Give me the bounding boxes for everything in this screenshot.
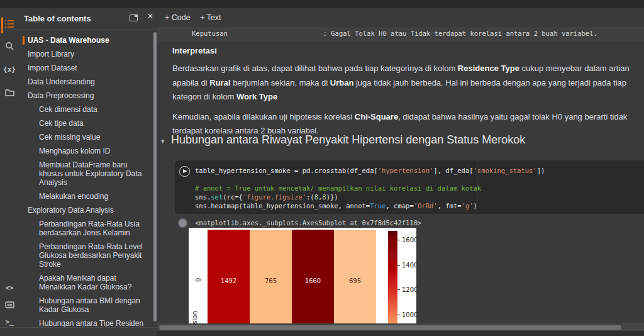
toc-item-label: Melakukan encoding: [39, 192, 108, 201]
heatmap-annotation: 1660: [292, 277, 334, 284]
toc-item-label: Apakah Menikah dapat Menaikkan Kadar Glu…: [39, 274, 131, 291]
divider: [0, 327, 157, 328]
toc-item-label: Menghapus kolom ID: [39, 147, 110, 155]
code-line: table_hypertension_smoke = pd.crosstab(d…: [195, 166, 545, 175]
repr-output-text: <matplotlib.axes._subplots.AxesSubplot a…: [195, 219, 421, 227]
y-tick-label: 0: [195, 274, 205, 282]
toc-item-label: Import Dataset: [28, 64, 77, 72]
notebook-content: + Code + Text Keputusan : Gagal Tolak H0…: [157, 8, 644, 336]
horizontal-scrollbar-thumb[interactable]: [159, 325, 621, 330]
code-snippets-icon[interactable]: <>: [0, 280, 19, 295]
section-title: Hubungan antara Riwayat Penyakit Hiperte…: [171, 133, 525, 147]
heatmap-annotation: 695: [334, 277, 376, 284]
heatmap-annotation: 765: [250, 277, 292, 284]
toc-item-label: Exploratory Data Analysis: [28, 206, 114, 215]
close-icon[interactable]: ×: [144, 11, 157, 25]
code-editor[interactable]: table_hypertension_smoke = pd.crosstab(d…: [195, 166, 545, 210]
run-cell-icon[interactable]: [179, 166, 190, 177]
editor-ruler: [477, 162, 477, 213]
colorbar: [388, 231, 397, 323]
command-palette-icon[interactable]: [0, 297, 19, 312]
toc-item[interactable]: UAS - Data Warehouse: [19, 36, 150, 45]
toc-item-label: Import Library: [28, 50, 74, 59]
toc-item[interactable]: Menghapus kolom ID: [19, 147, 150, 155]
toc-item[interactable]: Hubungan antara Tipe Residen dengan Jeni…: [19, 319, 150, 327]
toc-item[interactable]: Perbandingan Rata-Rata Level Glukosa ber…: [19, 242, 150, 269]
collapse-arrow-icon[interactable]: ▾: [161, 137, 165, 145]
previous-cell-output: Keputusan : Gagal Tolak H0 atau Tidak te…: [157, 26, 644, 42]
code-line: sns.set(rc={'figure.figsize':(8,8)}): [195, 193, 545, 201]
markdown-heading: Interpretasi: [172, 46, 641, 55]
heatmap-cell: 695: [334, 230, 376, 323]
markdown-cell: Interpretasi Berdasarkan grafik di atas,…: [172, 46, 641, 144]
sidebar-header: Table of contents ×: [19, 8, 157, 30]
toc-item-label: Cek missing value: [39, 133, 100, 142]
code-cell[interactable]: table_hypertension_smoke = pd.crosstab(d…: [175, 160, 644, 214]
toc-item-label: Hubungan antara BMI dengan Kadar Glukosa: [39, 296, 140, 314]
toc-item-label: Membuat DataFrame baru khusus untuk Expl…: [39, 160, 142, 187]
toc-item[interactable]: Import Dataset: [19, 64, 150, 72]
sidebar-scrollbar[interactable]: [153, 32, 157, 322]
toc-item[interactable]: Data Understanding: [19, 77, 150, 86]
toc-item[interactable]: Perbandingan Rata-Rata Usia berdasarkan …: [19, 220, 150, 237]
toc-item-label: Hubungan antara Tipe Residen dengan Jeni…: [39, 319, 143, 327]
heatmap-cell: 1492: [208, 230, 250, 323]
open-in-tab-icon[interactable]: [130, 14, 138, 21]
sidebar-title: Table of contents: [24, 14, 91, 23]
toc-item[interactable]: Apakah Menikah dapat Menaikkan Kadar Glu…: [19, 274, 150, 291]
code-line: [195, 175, 545, 184]
toc-item[interactable]: Exploratory Data Analysis: [19, 206, 150, 215]
toc-item-label: Cek tipe data: [39, 119, 84, 128]
toc-item[interactable]: Cek tipe data: [19, 119, 150, 128]
add-text-button[interactable]: + Text: [200, 11, 221, 24]
toc-item[interactable]: Cek missing value: [19, 133, 150, 142]
y-axis-label: hypertension: [191, 311, 198, 323]
markdown-paragraph: Berdasarkan grafik di atas, dapat diliha…: [172, 62, 641, 104]
toc-item[interactable]: Membuat DataFrame baru khusus untuk Expl…: [19, 160, 150, 187]
colorbar-ticks: 1600140012001000: [397, 231, 416, 323]
toc-item[interactable]: Melakukan encoding: [19, 192, 150, 201]
toc-item-label: Data Understanding: [28, 77, 95, 86]
toc-item-label: Cek dimensi data: [39, 105, 97, 114]
toc-item[interactable]: Data Preprocessing: [19, 91, 150, 100]
section-heading-row: ▾ Hubungan antara Riwayat Penyakit Hiper…: [157, 132, 644, 151]
toc-item-label: UAS - Data Warehouse: [28, 36, 109, 45]
horizontal-scrollbar-track: [157, 323, 644, 331]
search-icon[interactable]: [0, 38, 19, 53]
heatmap-row: 14927651660695: [208, 230, 376, 323]
toc-item[interactable]: Import Library: [19, 50, 150, 59]
code-line: sns.heatmap(table_hypertension_smoke, an…: [195, 201, 545, 210]
code-line: # annot = True untuk mencetak/ menampilk…: [195, 184, 545, 193]
heatmap-annotation: 1492: [208, 277, 250, 284]
active-indicator: [23, 36, 25, 45]
toc-item-label: Perbandingan Rata-Rata Level Glukosa ber…: [39, 242, 143, 269]
left-icon-rail: {x} <> >_: [0, 8, 19, 336]
heatmap-cell: 765: [250, 230, 292, 323]
toc-list: UAS - Data WarehouseImport LibraryImport…: [19, 36, 150, 327]
toc-item[interactable]: Hubungan antara BMI dengan Kadar Glukosa: [19, 296, 150, 314]
heatmap-cell: 1660: [292, 230, 334, 323]
output-text: Keputusan : Gagal Tolak H0 atau Tidak te…: [192, 30, 597, 37]
toc-item-label: Perbandingan Rata-Rata Usia berdasarkan …: [39, 220, 140, 237]
toc-item-label: Data Preprocessing: [28, 91, 94, 100]
table-of-contents-panel: Table of contents × UAS - Data Warehouse…: [19, 8, 157, 336]
add-code-button[interactable]: + Code: [165, 11, 191, 24]
divider: [0, 30, 157, 30]
output-indicator-icon: [178, 218, 187, 228]
window-top-strip: [0, 0, 644, 8]
bottom-strip: [157, 331, 644, 336]
cell-toolbar: + Code + Text: [157, 8, 644, 26]
toc-item[interactable]: Cek dimensi data: [19, 105, 150, 114]
files-icon[interactable]: [0, 85, 19, 100]
heatmap-figure: 14927651660695 0 hypertension 1600140012…: [189, 228, 416, 323]
variables-icon[interactable]: {x}: [0, 62, 19, 77]
